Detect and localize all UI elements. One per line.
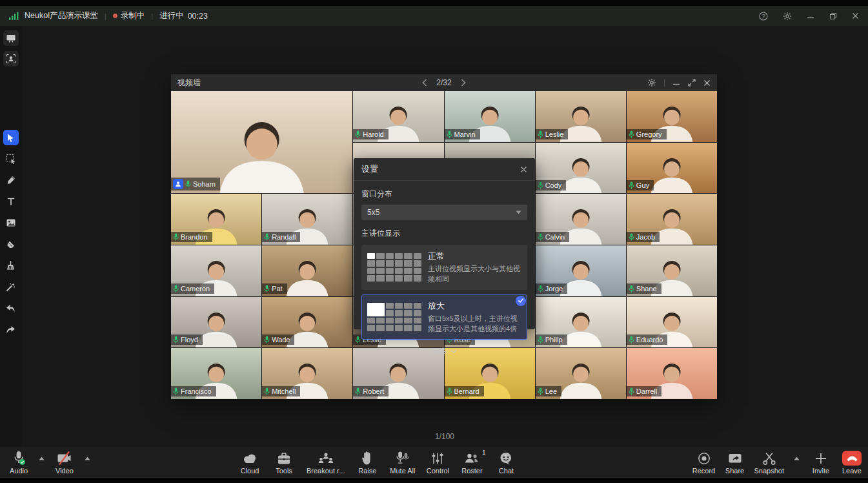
tool-select-area[interactable] [3, 151, 19, 167]
breakout-r-button[interactable]: Breakout r... [303, 449, 348, 476]
video-tile[interactable]: Marvin [445, 91, 535, 142]
tool-image[interactable] [3, 215, 19, 231]
video-tile[interactable]: Harold [353, 91, 443, 142]
video-tile[interactable]: Shane [627, 245, 717, 296]
leave-button[interactable]: Leave [837, 449, 867, 476]
mic-on-icon [447, 387, 452, 395]
toolbar-label: Control [427, 467, 449, 475]
tool-magic-wand[interactable] [3, 279, 19, 294]
thumbnail-cell [386, 303, 394, 309]
tools-button[interactable]: Tools [269, 449, 299, 476]
spotlight-person-button[interactable] [3, 51, 19, 67]
cloud-button[interactable]: Cloud [235, 449, 265, 476]
participant-name: Darrell [636, 387, 657, 395]
video-tile[interactable]: Francisco [171, 348, 261, 399]
tool-clear-all[interactable] [3, 258, 19, 273]
video-tile[interactable]: Pat [262, 245, 352, 296]
speaker-display-option-1[interactable]: 正常主讲位视频显示大小与其他视频相同 [361, 245, 527, 290]
thumbnail-cell [395, 325, 403, 331]
participant-name: Guy [636, 181, 649, 189]
wall-settings-button[interactable] [647, 78, 656, 87]
participant-name: Bernard [454, 387, 479, 395]
chat-button[interactable]: Chat [491, 449, 521, 476]
video-tile[interactable]: Floyd [171, 297, 261, 348]
video-tile[interactable]: Calvin [536, 194, 626, 245]
video-tile[interactable]: Cameron [171, 245, 261, 296]
video-button[interactable]: Video [50, 449, 79, 476]
caret-up-icon[interactable] [85, 457, 90, 460]
participant-name-tag: Brandon [171, 232, 212, 242]
invite-button[interactable]: Invite [806, 449, 836, 476]
audio-button[interactable]: Audio [4, 449, 34, 476]
snapshot-button[interactable]: Snapshot [751, 449, 787, 476]
participant-name-tag: Wade [262, 334, 294, 345]
tool-eraser[interactable] [3, 236, 19, 252]
session-status-label: 进行中 [159, 10, 184, 21]
settings-button[interactable] [783, 12, 792, 21]
more-label: 更多 [432, 346, 447, 357]
control-button[interactable]: Control [423, 449, 452, 476]
caret-up-icon[interactable] [39, 457, 45, 460]
restore-button[interactable] [829, 12, 837, 20]
participant-name-tag: Leslie [536, 129, 569, 139]
video-tile[interactable]: Randall [262, 194, 352, 245]
roster-button[interactable]: 1Roster [457, 449, 487, 476]
video-tile[interactable]: Guy [627, 143, 717, 194]
layout-thumbnail [367, 253, 421, 282]
participant-name: Randall [272, 233, 296, 241]
video-tile[interactable]: Soham [171, 91, 352, 193]
share-button[interactable]: Share [720, 449, 750, 476]
more-options-button[interactable]: 更多 [354, 340, 535, 357]
tool-marker[interactable] [3, 172, 19, 188]
cloud-icon [241, 451, 258, 466]
minimize-button[interactable] [807, 12, 814, 20]
record-button[interactable]: Record [689, 449, 719, 476]
wall-minimize-button[interactable] [672, 79, 680, 87]
video-tile[interactable]: Philip [536, 297, 626, 348]
session-timer: 00:23 [188, 12, 208, 21]
invite-icon [814, 451, 828, 466]
raise-button[interactable]: Raise [352, 449, 382, 476]
tool-undo[interactable] [3, 300, 19, 316]
next-page-button[interactable] [461, 79, 466, 87]
thumbnail-cell [395, 318, 403, 324]
whiteboard-panel-button[interactable] [3, 30, 19, 46]
video-tile[interactable]: Jacob [627, 194, 717, 245]
sidebar [0, 26, 21, 447]
video-tile[interactable]: Cody [536, 143, 626, 194]
video-tile[interactable]: Lee [536, 348, 626, 399]
thumbnail-cell [386, 268, 394, 274]
video-tile[interactable]: Wade [262, 297, 352, 348]
thumbnail-cell [367, 318, 375, 324]
close-button[interactable] [852, 12, 859, 19]
caret-up-icon[interactable] [794, 457, 800, 460]
participant-name: Gregory [636, 130, 662, 138]
video-tile[interactable]: Jorge [536, 245, 626, 296]
prev-page-button[interactable] [422, 79, 427, 87]
video-tile[interactable]: Leslie [536, 91, 626, 142]
wall-expand-button[interactable] [688, 79, 696, 87]
participant-name: Francisco [181, 387, 212, 395]
mic-on-icon [629, 336, 634, 344]
roster-icon: 1 [463, 451, 480, 466]
mic-on-icon [264, 387, 270, 395]
video-tile[interactable]: Gregory [627, 91, 717, 142]
help-button[interactable]: ? [759, 12, 768, 21]
tool-text[interactable] [3, 194, 19, 209]
camera-off-icon [56, 451, 73, 466]
video-tile[interactable]: Mitchell [262, 348, 352, 399]
window-layout-select[interactable]: 5x5 [361, 205, 527, 220]
toolbar-label: Mute All [390, 467, 415, 475]
wall-close-button[interactable] [703, 79, 711, 87]
tool-redo[interactable] [3, 322, 19, 337]
mic-on-icon [629, 387, 634, 395]
video-tile[interactable]: Darrell [627, 348, 717, 399]
dialog-close-button[interactable] [520, 166, 527, 173]
video-tile[interactable]: Brandon [171, 194, 261, 245]
mute-all-button[interactable]: Mute All [387, 449, 418, 476]
thumbnail-cell [395, 268, 403, 274]
speaker-display-option-2[interactable]: 放大窗口5x5及以上时，主讲位视频显示大小是其他视频的4倍 [361, 294, 527, 340]
video-tile[interactable]: Eduardo [627, 297, 717, 348]
thumbnail-cell [367, 260, 375, 267]
tool-cursor[interactable] [3, 130, 19, 145]
